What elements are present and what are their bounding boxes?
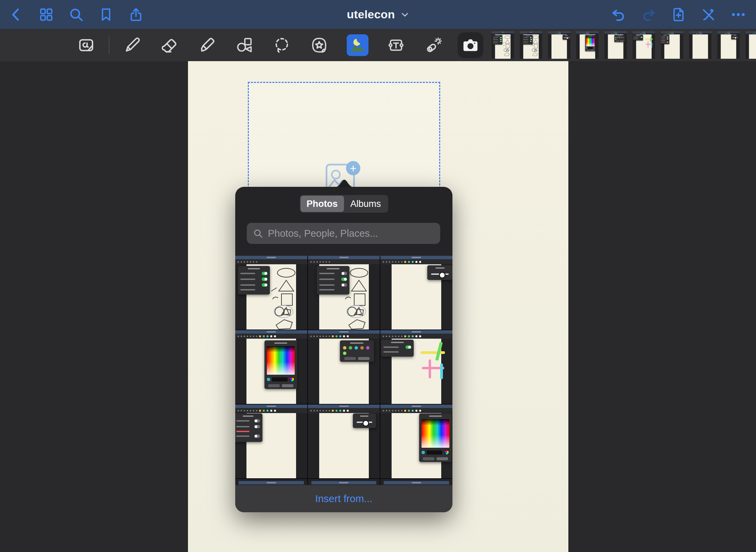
page-thumbnail[interactable] (689, 32, 711, 59)
app-screenshot-thumbnail (308, 256, 380, 330)
popup-footer: Insert from... (235, 485, 452, 512)
app-screenshot-thumbnail (745, 32, 756, 59)
redo-button[interactable] (640, 6, 657, 23)
goodnotes-app-window: + utelecon Photos Albums Insert from... (0, 0, 756, 552)
pencil-off-button[interactable] (700, 6, 717, 23)
app-screenshot-thumbnail (689, 32, 711, 59)
tab-albums[interactable]: Albums (344, 196, 388, 212)
app-screenshot-thumbnail (576, 32, 599, 59)
photos-picker-popup: Photos Albums Insert from... (235, 187, 452, 512)
page-thumbnail[interactable] (492, 32, 514, 59)
photo-thumbnail[interactable] (235, 330, 307, 404)
eraser-icon (160, 36, 179, 54)
insert-from-button[interactable]: Insert from... (313, 493, 374, 505)
undo-button[interactable] (611, 6, 627, 23)
more-icon (731, 7, 746, 22)
app-screenshot-thumbnail (380, 405, 452, 478)
app-screenshot-thumbnail (235, 405, 307, 478)
page-thumbnail[interactable] (520, 32, 542, 59)
photo-thumbnail-partial[interactable] (308, 479, 380, 486)
photo-thumbnail-partial[interactable] (235, 479, 307, 486)
editing-toolbar (0, 29, 756, 61)
page-thumbnail[interactable] (633, 32, 655, 59)
page-thumbnail[interactable] (548, 32, 570, 59)
tab-photos[interactable]: Photos (300, 196, 344, 212)
photo-thumbnail[interactable] (235, 405, 307, 478)
pencil-off-icon (701, 7, 716, 22)
photos-search-bar (247, 223, 440, 244)
photos-search-input[interactable] (267, 228, 434, 239)
app-screenshot-thumbnail (308, 405, 380, 478)
photo-thumbnail-partial[interactable] (380, 479, 452, 486)
highlighter-tool[interactable] (197, 35, 217, 55)
app-screenshot-thumbnail (604, 32, 627, 59)
page-thumbnail[interactable] (661, 32, 683, 59)
app-screenshot-thumbnail (520, 32, 542, 59)
highlighter-icon (198, 36, 216, 54)
shapes-tool[interactable] (235, 35, 254, 55)
camera-button[interactable] (458, 32, 483, 58)
sticker-icon (310, 36, 328, 54)
photo-thumbnail[interactable] (380, 330, 452, 404)
photo-tool[interactable] (347, 34, 368, 56)
page-thumbnail[interactable] (717, 32, 740, 59)
navbar-right-group (611, 0, 746, 29)
page-thumbnail-strip[interactable] (492, 32, 756, 59)
photo-thumbnail[interactable] (380, 405, 452, 478)
search-icon (253, 228, 263, 238)
zoom-window-tool[interactable] (76, 35, 96, 55)
tool-group (76, 29, 443, 61)
app-screenshot-thumbnail (235, 256, 307, 330)
pen-tool[interactable] (122, 35, 142, 55)
app-screenshot-thumbnail (633, 32, 655, 59)
chevron-down-icon (400, 10, 409, 19)
redo-icon (641, 7, 656, 22)
shapes-icon (235, 36, 254, 54)
popup-arrow (333, 177, 355, 188)
photos-albums-segmented-control: Photos Albums (300, 195, 388, 213)
app-screenshot-thumbnail (492, 32, 514, 59)
camera-icon (462, 36, 479, 54)
app-screenshot-thumbnail (717, 32, 740, 59)
page-thumbnail[interactable] (576, 32, 599, 59)
zoom-window-icon (77, 36, 95, 54)
photo-icon (348, 36, 367, 54)
navigation-bar: utelecon (0, 0, 756, 29)
laser-pointer-icon (424, 36, 443, 54)
text-tool[interactable] (386, 35, 406, 55)
laser-pointer-tool[interactable] (424, 35, 443, 55)
app-screenshot-thumbnail (380, 256, 452, 330)
app-screenshot-thumbnail (661, 32, 683, 59)
app-screenshot-thumbnail (308, 330, 380, 404)
page-thumbnail[interactable] (604, 32, 627, 59)
text-icon (387, 36, 405, 54)
photo-thumbnail[interactable] (308, 330, 380, 404)
undo-icon (611, 7, 626, 22)
app-screenshot-thumbnail (380, 330, 452, 404)
pen-icon (123, 36, 141, 54)
add-page-icon (671, 7, 686, 22)
app-screenshot-thumbnail (235, 330, 307, 404)
photo-thumbnail[interactable] (308, 256, 380, 330)
sticker-tool[interactable] (309, 35, 329, 55)
photo-thumbnail[interactable] (380, 256, 452, 330)
lasso-tool[interactable] (272, 35, 292, 55)
photo-grid (235, 256, 452, 485)
lasso-icon (273, 36, 291, 54)
add-page-button[interactable] (670, 6, 687, 23)
photo-thumbnail[interactable] (308, 405, 380, 478)
more-button[interactable] (730, 6, 746, 23)
photo-thumbnail[interactable] (235, 256, 307, 330)
add-photo-button[interactable]: + (346, 161, 360, 175)
eraser-tool[interactable] (160, 35, 179, 55)
document-title: utelecon (347, 8, 395, 21)
page-thumbnail[interactable] (745, 32, 756, 59)
app-screenshot-thumbnail (548, 32, 570, 59)
toolbar-divider (109, 36, 109, 54)
